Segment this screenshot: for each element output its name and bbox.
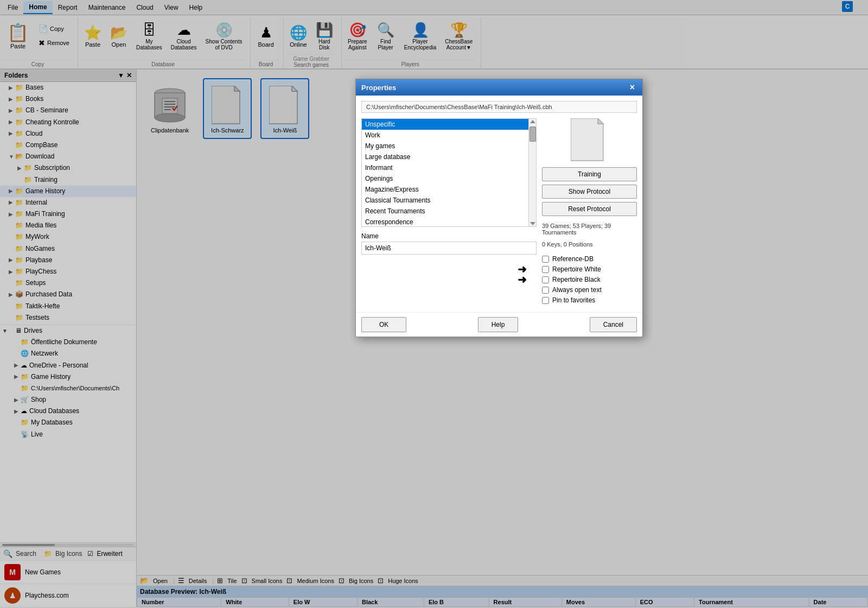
help-button[interactable]: Help — [478, 317, 519, 332]
svg-marker-17 — [598, 118, 603, 124]
dialog-keys-stats: 0 Keys, 0 Positions — [542, 240, 637, 249]
cancel-button[interactable]: Cancel — [590, 317, 637, 332]
dialog-title-bar: Properties × — [356, 79, 642, 96]
dialog-name-input[interactable] — [361, 242, 537, 255]
ok-button[interactable]: OK — [361, 317, 406, 332]
list-item-magazine[interactable]: Magazine/Express — [362, 184, 528, 195]
dialog-games-stats: 39 Games; 53 Players; 39 Tournaments — [542, 221, 637, 237]
svg-marker-16 — [571, 118, 603, 161]
repertoire-black-label: Repertoire Black — [552, 276, 601, 283]
list-item-informant[interactable]: Informant — [362, 162, 528, 173]
list-item-unspecific[interactable]: Unspecific — [362, 119, 528, 130]
dialog-list-items: Unspecific Work My games Large database … — [362, 119, 528, 226]
dialog-checkboxes: Reference-DB Repertoire White ➜ Repertoi… — [542, 255, 637, 307]
dialog-title-text: Properties — [361, 84, 396, 92]
always-open-checkbox[interactable] — [542, 287, 549, 294]
checkbox-repertoire-white[interactable]: Repertoire White ➜ — [542, 265, 637, 273]
checkbox-always-open[interactable]: Always open text — [542, 286, 637, 294]
pin-favorites-checkbox[interactable] — [542, 297, 549, 304]
dialog-name-section: Name — [361, 232, 537, 255]
dialog-file-icon — [542, 118, 637, 162]
properties-dialog: Properties × C:\Users\mfischer\Documents… — [355, 79, 643, 337]
repertoire-black-checkbox[interactable] — [542, 276, 549, 283]
reference-db-checkbox[interactable] — [542, 256, 549, 263]
list-scrollbar[interactable] — [528, 119, 536, 226]
checkbox-pin-favorites[interactable]: Pin to favorites — [542, 296, 637, 304]
dialog-body: C:\Users\mfischer\Documents\ChessBase\Ma… — [356, 96, 642, 312]
reset-protocol-button[interactable]: Reset Protocol — [542, 202, 637, 216]
show-protocol-button[interactable]: Show Protocol — [542, 185, 637, 199]
dialog-file-svg — [571, 118, 609, 162]
arrow-indicator-2: ➜ — [518, 273, 527, 286]
dialog-close-button[interactable]: × — [628, 83, 637, 92]
dialog-right: Training Show Protocol Reset Protocol 39… — [542, 118, 637, 307]
list-item-my-games[interactable]: My games — [362, 141, 528, 151]
list-item-classical[interactable]: Classical Tournaments — [362, 195, 528, 206]
dialog-type-list: Unspecific Work My games Large database … — [361, 118, 537, 227]
reference-db-label: Reference-DB — [552, 255, 593, 263]
dialog-left: Unspecific Work My games Large database … — [361, 118, 537, 307]
checkbox-reference-db[interactable]: Reference-DB — [542, 255, 637, 263]
list-item-correspondence[interactable]: Correspondence — [362, 217, 528, 226]
list-item-openings[interactable]: Openings — [362, 173, 528, 184]
checkbox-repertoire-black[interactable]: Repertoire Black ➜ — [542, 276, 637, 283]
repertoire-white-checkbox[interactable] — [542, 266, 549, 273]
dialog-path: C:\Users\mfischer\Documents\ChessBase\Ma… — [361, 101, 637, 113]
always-open-label: Always open text — [552, 286, 602, 294]
list-item-work[interactable]: Work — [362, 130, 528, 141]
pin-favorites-label: Pin to favorites — [552, 296, 595, 304]
list-item-recent[interactable]: Recent Tournaments — [362, 206, 528, 217]
dialog-name-label: Name — [361, 232, 537, 240]
list-item-large-database[interactable]: Large database — [362, 151, 528, 162]
repertoire-white-label: Repertoire White — [552, 265, 601, 273]
training-button[interactable]: Training — [542, 167, 637, 181]
dialog-footer: OK Help Cancel — [356, 312, 642, 337]
dialog-content: Unspecific Work My games Large database … — [361, 118, 637, 307]
